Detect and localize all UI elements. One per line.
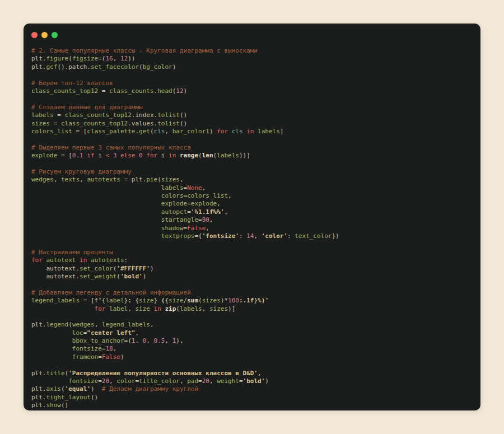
code-line: bbox_to_anchor=(1, 0, 0.5, 1), <box>31 337 473 345</box>
code-line: for label, size in zip(labels, sizes)] <box>31 305 473 313</box>
code-line: # Настраиваем проценты <box>31 249 473 256</box>
code-line: frameon=False) <box>31 353 473 361</box>
code-line: plt.title('Распределение популярности ос… <box>31 370 473 377</box>
code-line: autotext.set_color('#FFFFFF') <box>31 265 473 273</box>
minimize-button[interactable] <box>41 32 48 38</box>
close-button[interactable] <box>31 32 38 38</box>
code-line: autopct='%1.1f%%', <box>31 208 473 216</box>
code-line: startangle=90, <box>31 216 473 224</box>
code-line: shadow=False, <box>31 225 473 232</box>
code-line <box>31 313 473 321</box>
code-line: plt.tight_layout() <box>31 394 473 402</box>
maximize-button[interactable] <box>52 32 58 38</box>
code-line: plt.gcf().patch.set_facecolor(bg_color) <box>31 63 473 71</box>
code-line: # Добавляем легенду с детальной информац… <box>31 289 473 297</box>
code-line: textprops={'fontsize': 14, 'color': text… <box>31 232 473 240</box>
code-line: autotext.set_weight('bold') <box>31 273 473 281</box>
code-line: # 2. Самые популярные классы - Круговая … <box>31 47 473 55</box>
code-line <box>31 136 473 143</box>
code-line <box>31 240 473 248</box>
code-line: plt.legend(wedges, legend_labels, <box>31 321 473 329</box>
code-line: explode=explode, <box>31 200 473 208</box>
window-titlebar <box>24 24 480 38</box>
code-line: # Берем топ-12 классов <box>31 80 473 87</box>
code-line: plt.figure(figsize=(16, 12)) <box>31 55 473 63</box>
code-line: labels=None, <box>31 184 473 192</box>
code-line: colors=colors_list, <box>31 192 473 200</box>
code-line: # Создаем данные для диаграммы <box>31 104 473 111</box>
code-line <box>31 361 473 369</box>
code-line: plt.axis('equal') # Делаем диаграмму кру… <box>31 385 473 393</box>
code-line <box>31 95 473 103</box>
code-line: class_counts_top12 = class_counts.head(1… <box>31 87 473 95</box>
code-line: labels = class_counts_top12.index.tolist… <box>31 111 473 119</box>
code-line: # Рисуем круговую диаграмму <box>31 168 473 176</box>
code-line: fontsize=18, <box>31 345 473 353</box>
code-line: legend_labels = [f'{label}: {size} ({siz… <box>31 297 473 305</box>
code-line <box>31 71 473 79</box>
code-editor: # 2. Самые популярные классы - Круговая … <box>31 47 473 410</box>
code-window: # 2. Самые популярные классы - Круговая … <box>24 24 480 410</box>
code-line: explode = [0.1 if i < 3 else 0 for i in … <box>31 152 473 160</box>
code-line: loc="center left", <box>31 329 473 337</box>
code-line <box>31 281 473 288</box>
code-line: colors_list = [class_palette.get(cls, ba… <box>31 128 473 136</box>
code-line <box>31 160 473 167</box>
code-line: for autotext in autotexts: <box>31 256 473 264</box>
code-line: sizes = class_counts_top12.values.tolist… <box>31 120 473 128</box>
code-line: # Выделяем первые 3 самых популярных кла… <box>31 144 473 152</box>
code-line: fontsize=20, color=title_color, pad=20, … <box>31 377 473 385</box>
code-line: plt.show() <box>31 402 473 409</box>
code-line: wedges, texts, autotexts = plt.pie(sizes… <box>31 176 473 184</box>
